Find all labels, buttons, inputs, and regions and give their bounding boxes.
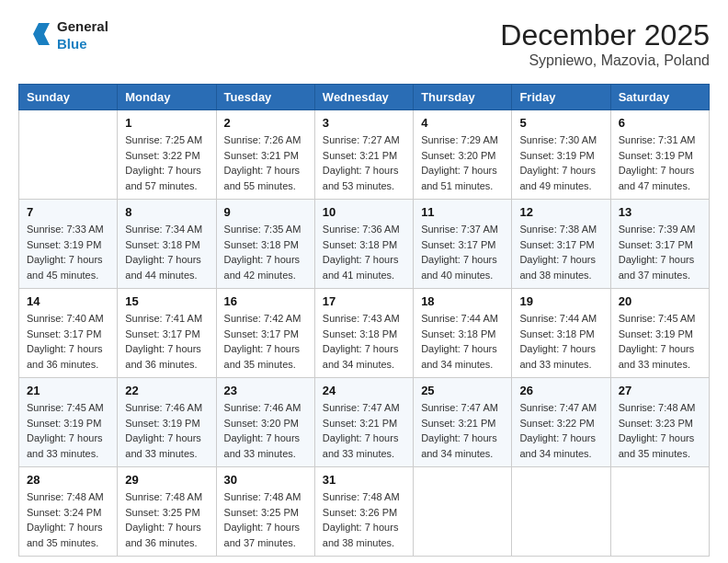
day-number: 29 bbox=[125, 473, 208, 487]
calendar-cell: 17Sunrise: 7:43 AMSunset: 3:18 PMDayligh… bbox=[314, 289, 413, 378]
day-info: Sunrise: 7:25 AMSunset: 3:22 PMDaylight:… bbox=[125, 132, 208, 193]
day-number: 30 bbox=[224, 473, 307, 487]
calendar-cell bbox=[414, 467, 512, 557]
day-number: 3 bbox=[323, 116, 405, 130]
calendar-week-row: 28Sunrise: 7:48 AMSunset: 3:24 PMDayligh… bbox=[19, 467, 710, 557]
day-info: Sunrise: 7:48 AMSunset: 3:23 PMDaylight:… bbox=[619, 400, 701, 461]
calendar-cell: 4Sunrise: 7:29 AMSunset: 3:20 PMDaylight… bbox=[414, 110, 512, 200]
day-number: 10 bbox=[323, 205, 405, 219]
day-info: Sunrise: 7:48 AMSunset: 3:25 PMDaylight:… bbox=[125, 489, 208, 550]
day-info: Sunrise: 7:46 AMSunset: 3:20 PMDaylight:… bbox=[224, 400, 307, 461]
day-number: 26 bbox=[519, 384, 602, 397]
day-number: 16 bbox=[224, 294, 307, 308]
calendar-cell: 19Sunrise: 7:44 AMSunset: 3:18 PMDayligh… bbox=[512, 289, 610, 378]
calendar-cell: 25Sunrise: 7:47 AMSunset: 3:21 PMDayligh… bbox=[414, 378, 512, 467]
day-number: 15 bbox=[125, 294, 208, 308]
calendar-cell: 7Sunrise: 7:33 AMSunset: 3:19 PMDaylight… bbox=[19, 200, 118, 289]
weekday-header-tuesday: Tuesday bbox=[216, 85, 314, 110]
calendar-cell: 2Sunrise: 7:26 AMSunset: 3:21 PMDaylight… bbox=[216, 110, 314, 200]
day-number: 25 bbox=[421, 384, 504, 397]
calendar-cell bbox=[19, 110, 118, 200]
day-info: Sunrise: 7:47 AMSunset: 3:22 PMDaylight:… bbox=[519, 400, 602, 461]
calendar-cell: 13Sunrise: 7:39 AMSunset: 3:17 PMDayligh… bbox=[610, 200, 709, 289]
day-number: 27 bbox=[619, 384, 701, 397]
logo: GeneralBlue bbox=[18, 18, 108, 53]
day-number: 9 bbox=[224, 205, 307, 219]
day-number: 22 bbox=[125, 384, 208, 397]
day-info: Sunrise: 7:45 AMSunset: 3:19 PMDaylight:… bbox=[619, 311, 701, 372]
calendar-cell: 11Sunrise: 7:37 AMSunset: 3:17 PMDayligh… bbox=[414, 200, 512, 289]
day-info: Sunrise: 7:36 AMSunset: 3:18 PMDaylight:… bbox=[323, 222, 405, 282]
day-info: Sunrise: 7:34 AMSunset: 3:18 PMDaylight:… bbox=[125, 222, 208, 282]
calendar-cell: 8Sunrise: 7:34 AMSunset: 3:18 PMDaylight… bbox=[118, 200, 216, 289]
day-info: Sunrise: 7:30 AMSunset: 3:19 PMDaylight:… bbox=[519, 132, 602, 193]
day-number: 31 bbox=[323, 473, 405, 487]
day-number: 5 bbox=[519, 116, 602, 130]
calendar-week-row: 7Sunrise: 7:33 AMSunset: 3:19 PMDaylight… bbox=[19, 200, 710, 289]
day-number: 18 bbox=[421, 294, 504, 308]
calendar-cell: 1Sunrise: 7:25 AMSunset: 3:22 PMDaylight… bbox=[118, 110, 216, 200]
calendar-week-row: 1Sunrise: 7:25 AMSunset: 3:22 PMDaylight… bbox=[19, 110, 710, 200]
weekday-header-monday: Monday bbox=[118, 85, 216, 110]
day-info: Sunrise: 7:44 AMSunset: 3:18 PMDaylight:… bbox=[421, 311, 504, 372]
calendar-cell: 9Sunrise: 7:35 AMSunset: 3:18 PMDaylight… bbox=[216, 200, 314, 289]
day-number: 20 bbox=[619, 294, 701, 308]
day-info: Sunrise: 7:47 AMSunset: 3:21 PMDaylight:… bbox=[421, 400, 504, 461]
calendar-cell: 14Sunrise: 7:40 AMSunset: 3:17 PMDayligh… bbox=[19, 289, 118, 378]
logo-blue: Blue bbox=[57, 36, 108, 53]
day-number: 8 bbox=[125, 205, 208, 219]
day-info: Sunrise: 7:47 AMSunset: 3:21 PMDaylight:… bbox=[323, 400, 405, 461]
day-number: 4 bbox=[421, 116, 504, 130]
calendar-week-row: 14Sunrise: 7:40 AMSunset: 3:17 PMDayligh… bbox=[19, 289, 710, 378]
weekday-header-wednesday: Wednesday bbox=[314, 85, 413, 110]
logo-icon bbox=[18, 19, 51, 52]
calendar-cell: 12Sunrise: 7:38 AMSunset: 3:17 PMDayligh… bbox=[512, 200, 610, 289]
day-info: Sunrise: 7:29 AMSunset: 3:20 PMDaylight:… bbox=[421, 132, 504, 193]
weekday-header-friday: Friday bbox=[512, 85, 610, 110]
weekday-header-row: SundayMondayTuesdayWednesdayThursdayFrid… bbox=[19, 85, 710, 110]
calendar-cell: 3Sunrise: 7:27 AMSunset: 3:21 PMDaylight… bbox=[314, 110, 413, 200]
day-number: 13 bbox=[619, 205, 701, 219]
logo-general: General bbox=[57, 18, 108, 36]
calendar-cell: 30Sunrise: 7:48 AMSunset: 3:25 PMDayligh… bbox=[216, 467, 314, 557]
calendar-cell: 27Sunrise: 7:48 AMSunset: 3:23 PMDayligh… bbox=[610, 378, 709, 467]
day-info: Sunrise: 7:37 AMSunset: 3:17 PMDaylight:… bbox=[421, 222, 504, 282]
day-number: 19 bbox=[519, 294, 602, 308]
day-number: 21 bbox=[27, 384, 109, 397]
calendar-cell bbox=[512, 467, 610, 557]
calendar-cell: 28Sunrise: 7:48 AMSunset: 3:24 PMDayligh… bbox=[19, 467, 118, 557]
day-info: Sunrise: 7:41 AMSunset: 3:17 PMDaylight:… bbox=[125, 311, 208, 372]
day-info: Sunrise: 7:42 AMSunset: 3:17 PMDaylight:… bbox=[224, 311, 307, 372]
calendar-week-row: 21Sunrise: 7:45 AMSunset: 3:19 PMDayligh… bbox=[19, 378, 710, 467]
day-info: Sunrise: 7:27 AMSunset: 3:21 PMDaylight:… bbox=[323, 132, 405, 193]
calendar-cell: 20Sunrise: 7:45 AMSunset: 3:19 PMDayligh… bbox=[610, 289, 709, 378]
day-info: Sunrise: 7:48 AMSunset: 3:25 PMDaylight:… bbox=[224, 489, 307, 550]
day-info: Sunrise: 7:43 AMSunset: 3:18 PMDaylight:… bbox=[323, 311, 405, 372]
day-info: Sunrise: 7:35 AMSunset: 3:18 PMDaylight:… bbox=[224, 222, 307, 282]
day-info: Sunrise: 7:45 AMSunset: 3:19 PMDaylight:… bbox=[27, 400, 109, 461]
day-info: Sunrise: 7:40 AMSunset: 3:17 PMDaylight:… bbox=[27, 311, 109, 372]
calendar-cell: 10Sunrise: 7:36 AMSunset: 3:18 PMDayligh… bbox=[314, 200, 413, 289]
day-info: Sunrise: 7:48 AMSunset: 3:26 PMDaylight:… bbox=[323, 489, 405, 550]
day-number: 6 bbox=[619, 116, 701, 130]
calendar-cell: 16Sunrise: 7:42 AMSunset: 3:17 PMDayligh… bbox=[216, 289, 314, 378]
calendar-table: SundayMondayTuesdayWednesdayThursdayFrid… bbox=[18, 84, 710, 557]
day-info: Sunrise: 7:33 AMSunset: 3:19 PMDaylight:… bbox=[27, 222, 109, 282]
calendar-cell: 6Sunrise: 7:31 AMSunset: 3:19 PMDaylight… bbox=[610, 110, 709, 200]
day-number: 28 bbox=[27, 473, 109, 487]
weekday-header-saturday: Saturday bbox=[610, 85, 709, 110]
month-title: December 2025 bbox=[500, 18, 710, 52]
calendar-cell: 29Sunrise: 7:48 AMSunset: 3:25 PMDayligh… bbox=[118, 467, 216, 557]
page-header: GeneralBlue December 2025 Sypniewo, Mazo… bbox=[18, 18, 710, 69]
calendar-cell: 24Sunrise: 7:47 AMSunset: 3:21 PMDayligh… bbox=[314, 378, 413, 467]
calendar-cell: 15Sunrise: 7:41 AMSunset: 3:17 PMDayligh… bbox=[118, 289, 216, 378]
day-info: Sunrise: 7:26 AMSunset: 3:21 PMDaylight:… bbox=[224, 132, 307, 193]
day-info: Sunrise: 7:38 AMSunset: 3:17 PMDaylight:… bbox=[519, 222, 602, 282]
title-block: December 2025 Sypniewo, Mazovia, Poland bbox=[500, 18, 710, 69]
calendar-cell: 23Sunrise: 7:46 AMSunset: 3:20 PMDayligh… bbox=[216, 378, 314, 467]
calendar-cell: 18Sunrise: 7:44 AMSunset: 3:18 PMDayligh… bbox=[414, 289, 512, 378]
location-title: Sypniewo, Mazovia, Poland bbox=[500, 52, 710, 69]
day-info: Sunrise: 7:44 AMSunset: 3:18 PMDaylight:… bbox=[519, 311, 602, 372]
calendar-cell: 31Sunrise: 7:48 AMSunset: 3:26 PMDayligh… bbox=[314, 467, 413, 557]
weekday-header-thursday: Thursday bbox=[414, 85, 512, 110]
